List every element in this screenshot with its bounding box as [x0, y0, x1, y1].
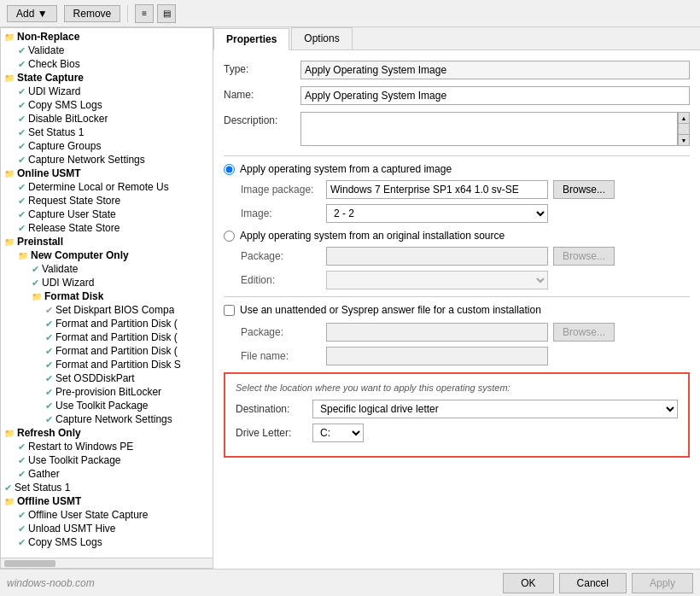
package-label: Package: [241, 250, 326, 262]
radio-captured[interactable] [224, 164, 235, 175]
image-row: Image: 2 - 2 [241, 204, 690, 223]
add-button[interactable]: Add ▼ [7, 5, 57, 22]
tree-item[interactable]: ✔Unload USMT Hive [1, 522, 213, 535]
tree-item[interactable]: 📁Format Disk [1, 289, 213, 303]
tree-item[interactable]: ✔Capture Network Settings [1, 153, 213, 167]
package-input[interactable] [326, 247, 548, 266]
apply-button[interactable]: Apply [632, 573, 693, 593]
tree-item[interactable]: ✔Format and Partition Disk S [1, 358, 213, 371]
folder-icon: 📁 [4, 429, 15, 438]
content-area: 📁Non-Replace✔Validate✔Check Bios📁State C… [0, 27, 700, 569]
package-browse-btn[interactable]: Browse... [553, 247, 615, 266]
radio-original[interactable] [224, 231, 235, 242]
tree-item[interactable]: 📁Non-Replace [1, 30, 213, 44]
description-textarea[interactable] [300, 112, 678, 146]
tree-item[interactable]: 📁State Capture [1, 71, 213, 85]
unattended-label: Use an unattended or Sysprep answer file… [240, 304, 541, 316]
tree-item[interactable]: ✔Determine Local or Remote Us [1, 180, 213, 194]
image-package-value: Browse... [326, 180, 690, 199]
tree-item[interactable]: ✔Use Toolkit Package [1, 399, 213, 412]
tree-item[interactable]: ✔Restart to Windows PE [1, 440, 213, 453]
image-package-label: Image package: [241, 184, 326, 196]
description-label: Description: [224, 112, 300, 126]
folder-icon: 📁 [4, 497, 15, 506]
tree-item-label: Offline USMT [17, 495, 81, 507]
tab-options[interactable]: Options [291, 27, 352, 50]
tree-item[interactable]: ✔Set Status 1 [1, 481, 213, 494]
answer-file-input[interactable] [326, 347, 548, 365]
scroll-up-btn[interactable]: ▲ [678, 112, 690, 124]
tree-item[interactable]: ✔Set OSDDiskPart [1, 371, 213, 385]
edition-select[interactable] [326, 271, 548, 289]
check-icon: ✔ [18, 223, 26, 234]
tree-item[interactable]: 📁Online USMT [1, 167, 213, 180]
horizontal-scrollbar[interactable] [1, 558, 213, 568]
image-package-input[interactable] [326, 180, 548, 199]
image-label: Image: [241, 207, 326, 219]
tree-item[interactable]: ✔Request State Store [1, 194, 213, 207]
check-icon: ✔ [18, 523, 26, 535]
type-input[interactable] [300, 61, 690, 79]
tree-item[interactable]: ✔Disable BitLocker [1, 112, 213, 126]
folder-icon: 📁 [18, 251, 28, 260]
remove-button[interactable]: Remove [64, 5, 121, 22]
tree-item-label: Set Diskpart BIOS Compa [55, 304, 174, 316]
destination-row: Destination: Specific logical drive lett… [236, 400, 678, 418]
tree-item[interactable]: 📁Preinstall [1, 235, 213, 248]
tree-item[interactable]: ✔Validate [1, 44, 213, 57]
image-select[interactable]: 2 - 2 [326, 204, 548, 223]
tree-item[interactable]: ✔Format and Partition Disk ( [1, 330, 213, 344]
destination-select[interactable]: Specific logical drive letter [312, 400, 678, 418]
tree-item-label: Online USMT [17, 167, 81, 179]
answer-file-label: File name: [241, 350, 326, 362]
tree-item[interactable]: ✔Check Bios [1, 57, 213, 71]
destination-label: Destination: [236, 403, 312, 415]
type-label: Type: [224, 61, 300, 75]
scroll-down-btn[interactable]: ▼ [678, 134, 690, 146]
tree-item[interactable]: ✔Capture User State [1, 207, 213, 221]
toolbar-icon-1[interactable]: ≡ [135, 4, 154, 23]
type-row: Type: [224, 61, 690, 79]
ok-button[interactable]: OK [503, 573, 553, 593]
folder-icon: 📁 [4, 32, 15, 42]
tree-item[interactable]: ✔Use Toolkit Package [1, 453, 213, 467]
tree-item[interactable]: ✔Offline User State Capture [1, 508, 213, 522]
tree-item[interactable]: ✔UDI Wizard [1, 85, 213, 98]
check-icon: ✔ [18, 455, 26, 466]
name-input[interactable] [300, 86, 690, 105]
tree-item[interactable]: ✔Pre-provision BitLocker [1, 385, 213, 399]
image-package-browse-btn[interactable]: Browse... [553, 180, 615, 199]
tree-panel[interactable]: 📁Non-Replace✔Validate✔Check Bios📁State C… [1, 28, 213, 558]
tree-item-label: Copy SMS Logs [28, 536, 102, 548]
description-scroll: ▲ ▼ [678, 112, 690, 146]
tree-item-label: Capture Network Settings [55, 413, 172, 425]
answer-package-input[interactable] [326, 323, 548, 342]
tree-item[interactable]: ✔Validate [1, 262, 213, 276]
tab-properties[interactable]: Properties [213, 28, 289, 50]
tree-item[interactable]: 📁Refresh Only [1, 426, 213, 440]
tree-item[interactable]: ✔Format and Partition Disk ( [1, 317, 213, 330]
tree-item[interactable]: ✔Release State Store [1, 221, 213, 235]
drive-letter-select[interactable]: C: [312, 424, 364, 442]
tree-item[interactable]: ✔Gather [1, 467, 213, 481]
tree-item-label: Capture User State [28, 208, 116, 220]
tree-item[interactable]: ✔UDI Wizard [1, 276, 213, 289]
type-value [300, 61, 690, 79]
tree-item[interactable]: ✔Capture Groups [1, 139, 213, 153]
tree-item[interactable]: ✔Set Status 1 [1, 126, 213, 139]
toolbar-icon-2[interactable]: ▤ [157, 4, 176, 23]
tree-item[interactable]: ✔Copy SMS Logs [1, 535, 213, 549]
tree-item-label: State Capture [17, 72, 84, 84]
tree-item[interactable]: ✔Set Diskpart BIOS Compa [1, 303, 213, 317]
tree-item[interactable]: ✔Copy SMS Logs [1, 98, 213, 112]
tree-item[interactable]: ✔Format and Partition Disk ( [1, 344, 213, 358]
tree-item-label: Capture Network Settings [28, 154, 145, 166]
tree-item[interactable]: ✔Capture Network Settings [1, 412, 213, 426]
unattended-checkbox[interactable] [224, 305, 235, 316]
tree-item[interactable]: 📁Offline USMT [1, 494, 213, 508]
tree-item[interactable]: 📁New Computer Only [1, 248, 213, 262]
cancel-button[interactable]: Cancel [559, 573, 627, 593]
answer-package-browse-btn[interactable]: Browse... [553, 323, 615, 342]
tab-bar: Properties Options [213, 27, 700, 50]
check-icon: ✔ [45, 387, 53, 398]
